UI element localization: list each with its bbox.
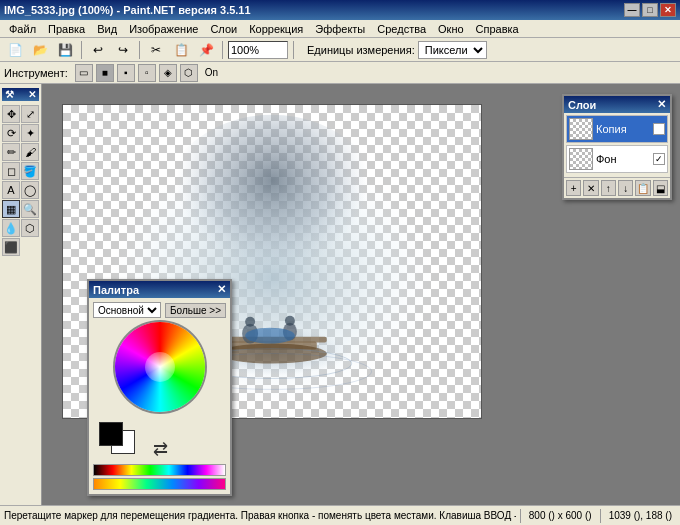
color-boxes-row: ⇄ [93,416,226,460]
title-bar: IMG_5333.jpg (100%) - Paint.NET версия 3… [0,0,680,20]
foreground-background-colors [97,420,147,460]
redo-button[interactable]: ↪ [112,40,134,60]
canvas-area[interactable]: Палитра ✕ Основной Больше >> ⇄ [42,84,680,505]
layers-merge-button[interactable]: ⬓ [653,180,668,196]
menu-window[interactable]: Окно [433,22,469,36]
layers-duplicate-button[interactable]: 📋 [635,180,650,196]
tool-recolor[interactable]: ⬛ [2,238,20,256]
tool-color-pick[interactable]: 💧 [2,219,20,237]
menu-bar: Файл Правка Вид Изображение Слои Коррекц… [0,20,680,38]
close-button[interactable]: ✕ [660,3,676,17]
tool-select-rect[interactable]: ⤢ [21,105,39,123]
menu-file[interactable]: Файл [4,22,41,36]
foreground-color-box[interactable] [99,422,123,446]
status-text: Перетащите маркер для перемещения градие… [4,510,516,521]
cut-button[interactable]: ✂ [145,40,167,60]
menu-edit[interactable]: Правка [43,22,90,36]
layers-add-button[interactable]: + [566,180,581,196]
tool-option-1[interactable]: ▭ [75,64,93,82]
tool-row-2: ⟳ ✦ [2,124,39,142]
palette-panel: Палитра ✕ Основной Больше >> ⇄ [87,279,232,496]
tool-eraser[interactable]: ◻ [2,162,20,180]
swap-colors-button[interactable]: ⇄ [153,438,168,460]
title-text: IMG_5333.jpg (100%) - Paint.NET версия 3… [4,4,251,16]
status-separator-2 [600,509,601,523]
menu-tools[interactable]: Средства [372,22,431,36]
tool-option-2[interactable]: ■ [96,64,114,82]
status-bar: Перетащите маркер для перемещения градие… [0,505,680,525]
menu-help[interactable]: Справка [471,22,524,36]
tool-option-3[interactable]: ▪ [117,64,135,82]
layers-move-down-button[interactable]: ↓ [618,180,633,196]
menu-layers[interactable]: Слои [205,22,242,36]
tool-clone[interactable]: ⬡ [21,219,39,237]
secondary-color-strip[interactable] [93,478,226,490]
status-coordinates: 1039 (), 188 () [605,510,676,521]
layer-thumb-1 [569,148,593,170]
tool-row-7: 💧 ⬡ [2,219,39,237]
tool-text[interactable]: A [2,181,20,199]
color-wheel[interactable] [115,322,205,412]
primary-color-strip[interactable] [93,464,226,476]
tool-select-lasso[interactable]: ⟳ [2,124,20,142]
save-button[interactable]: 💾 [54,40,76,60]
layers-body: Копия ✓ Фон ✓ [564,113,670,177]
menu-adjustments[interactable]: Коррекция [244,22,308,36]
palette-header: Основной Больше >> [93,302,226,318]
layer-visible-0[interactable]: ✓ [653,123,665,135]
main-area: ⚒ ✕ ✥ ⤢ ⟳ ✦ ✏ 🖌 ◻ 🪣 A ◯ ▦ 🔍 💧 ⬡ [0,84,680,505]
tool-fill[interactable]: 🪣 [21,162,39,180]
tool-magic-wand[interactable]: ✦ [21,124,39,142]
maximize-button[interactable]: □ [642,3,658,17]
tool-zoom[interactable]: 🔍 [21,200,39,218]
toolbox-title-bar: ⚒ ✕ [2,88,39,101]
toolbar: 📄 📂 💾 ↩ ↪ ✂ 📋 📌 100% Единицы измерения: … [0,38,680,62]
open-button[interactable]: 📂 [29,40,51,60]
tool-pencil[interactable]: ✏ [2,143,20,161]
toolbox-close[interactable]: ✕ [28,89,36,100]
layers-title-bar: Слои ✕ [564,96,670,113]
tool-move[interactable]: ✥ [2,105,20,123]
tool-gradient[interactable]: ▦ [2,200,20,218]
palette-close-button[interactable]: ✕ [217,283,226,296]
layers-toolbar: + ✕ ↑ ↓ 📋 ⬓ [564,177,670,198]
zoom-input[interactable]: 100% [228,41,288,59]
layer-name-1: Фон [596,153,617,165]
tool-row-3: ✏ 🖌 [2,143,39,161]
svg-point-10 [245,328,295,344]
menu-view[interactable]: Вид [92,22,122,36]
tool-option-4[interactable]: ▫ [138,64,156,82]
toolbar-separator-2 [139,41,140,59]
palette-body: Основной Больше >> ⇄ [89,298,230,494]
layer-visible-1[interactable]: ✓ [653,153,665,165]
palette-title-text: Палитра [93,284,139,296]
tool-shapes[interactable]: ◯ [21,181,39,199]
layer-name-0: Копия [596,123,627,135]
palette-primary-select[interactable]: Основной [93,302,161,318]
new-button[interactable]: 📄 [4,40,26,60]
status-dimensions: 800 () x 600 () [525,510,596,521]
layer-item-0[interactable]: Копия ✓ [566,115,668,143]
copy-button[interactable]: 📋 [170,40,192,60]
tool-row-8: ⬛ [2,238,39,256]
layers-move-up-button[interactable]: ↑ [601,180,616,196]
undo-button[interactable]: ↩ [87,40,109,60]
layers-delete-button[interactable]: ✕ [583,180,598,196]
tool-option-6[interactable]: ⬡ [180,64,198,82]
title-bar-controls: — □ ✕ [624,3,676,17]
minimize-button[interactable]: — [624,3,640,17]
paste-button[interactable]: 📌 [195,40,217,60]
layers-close-button[interactable]: ✕ [657,98,666,111]
menu-image[interactable]: Изображение [124,22,203,36]
palette-more-button[interactable]: Больше >> [165,303,226,318]
svg-point-9 [285,316,295,326]
blend-mode-area: On [205,67,218,78]
tool-option-5[interactable]: ◈ [159,64,177,82]
tool-brush[interactable]: 🖌 [21,143,39,161]
tool-row-4: ◻ 🪣 [2,162,39,180]
toolbox: ⚒ ✕ ✥ ⤢ ⟳ ✦ ✏ 🖌 ◻ 🪣 A ◯ ▦ 🔍 💧 ⬡ [0,84,42,505]
units-select[interactable]: Пиксели [418,41,487,59]
tool-row-5: A ◯ [2,181,39,199]
layer-item-1[interactable]: Фон ✓ [566,145,668,173]
menu-effects[interactable]: Эффекты [310,22,370,36]
